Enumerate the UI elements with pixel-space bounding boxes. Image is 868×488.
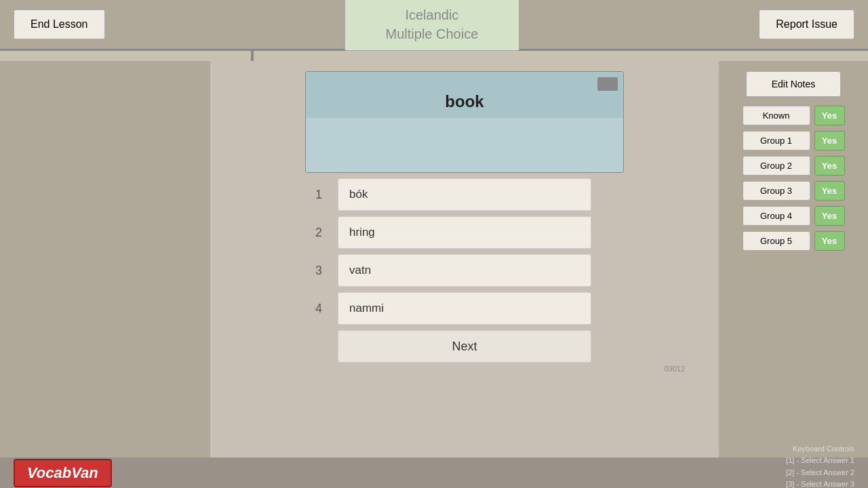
keyboard-line-3: [3] - Select Answer 3 <box>786 479 854 488</box>
group2-yes-button[interactable]: Yes <box>814 156 845 176</box>
answer-side-3 <box>597 254 624 287</box>
group3-yes-button[interactable]: Yes <box>814 181 845 201</box>
next-row: Next <box>305 330 624 363</box>
answer-side-1 <box>597 178 624 211</box>
bottom-bar: VocabVan Keyboard Controls [1] - Select … <box>0 458 868 488</box>
answer-button-3[interactable]: vatn <box>338 254 591 287</box>
group2-label-button[interactable]: Group 2 <box>743 156 810 176</box>
group1-label-button[interactable]: Group 1 <box>743 131 810 150</box>
group3-label-button[interactable]: Group 3 <box>743 181 810 201</box>
title-box: Icelandic Multiple Choice <box>344 0 520 51</box>
keyboard-line-2: [2] - Select Answer 2 <box>786 467 854 479</box>
end-lesson-button[interactable]: End Lesson <box>14 9 105 39</box>
left-sidebar <box>0 61 210 458</box>
answer-row-1: 1 bók <box>305 178 624 211</box>
title-line1: Icelandic <box>405 7 458 22</box>
answer-side-4 <box>597 292 624 325</box>
top-bar: End Lesson Icelandic Multiple Choice Rep… <box>0 0 868 51</box>
progress-indicator <box>251 51 254 61</box>
group3-row: Group 3 Yes <box>726 181 861 201</box>
group4-label-button[interactable]: Group 4 <box>743 206 810 226</box>
word-card-header: book <box>306 72 623 118</box>
vocabvan-logo: VocabVan <box>14 459 112 487</box>
answer-row-3: 3 vatn <box>305 254 624 287</box>
answer-button-4[interactable]: nammi <box>338 292 591 325</box>
known-row: Known Yes <box>726 106 861 125</box>
title-text: Icelandic Multiple Choice <box>386 5 479 43</box>
word-card: book <box>305 71 624 173</box>
group4-yes-button[interactable]: Yes <box>814 206 845 226</box>
item-id: 03012 <box>664 365 685 373</box>
answer-side-2 <box>597 216 624 249</box>
group5-label-button[interactable]: Group 5 <box>743 231 810 251</box>
next-button[interactable]: Next <box>338 330 591 363</box>
answer-number-1: 1 <box>305 178 332 211</box>
center-content: book 1 bók 2 hring 3 vatn 4 nammi <box>210 61 719 458</box>
keyboard-line-1: [1] - Select Answer 1 <box>786 455 854 467</box>
known-yes-button[interactable]: Yes <box>814 106 845 125</box>
group4-row: Group 4 Yes <box>726 206 861 226</box>
next-side-left <box>305 330 332 363</box>
keyboard-controls-title: Keyboard Controls <box>786 443 854 455</box>
report-issue-button[interactable]: Report Issue <box>759 9 854 39</box>
group1-yes-button[interactable]: Yes <box>814 131 845 150</box>
answer-number-2: 2 <box>305 216 332 249</box>
main-layout: book 1 bók 2 hring 3 vatn 4 nammi <box>0 61 868 458</box>
edit-notes-button[interactable]: Edit Notes <box>746 71 841 97</box>
next-side-right <box>597 330 624 363</box>
answer-number-3: 3 <box>305 254 332 287</box>
title-line2: Multiple Choice <box>386 26 479 41</box>
known-label-button[interactable]: Known <box>743 106 810 125</box>
group5-row: Group 5 Yes <box>726 231 861 251</box>
answer-number-4: 4 <box>305 292 332 325</box>
answer-button-2[interactable]: hring <box>338 216 591 249</box>
group1-row: Group 1 Yes <box>726 131 861 150</box>
answer-row-4: 4 nammi <box>305 292 624 325</box>
group5-yes-button[interactable]: Yes <box>814 231 845 251</box>
vocabvan-text: VocabVan <box>27 464 98 481</box>
right-sidebar: Edit Notes Known Yes Group 1 Yes Group 2… <box>719 61 868 458</box>
answer-row-2: 2 hring <box>305 216 624 249</box>
progress-bar-area <box>0 51 868 61</box>
answer-button-1[interactable]: bók <box>338 178 591 211</box>
word-card-word: book <box>445 92 484 110</box>
keyboard-controls: Keyboard Controls [1] - Select Answer 1 … <box>786 443 854 488</box>
word-card-body <box>306 118 623 172</box>
word-card-toggle-button[interactable] <box>597 77 618 91</box>
group2-row: Group 2 Yes <box>726 156 861 176</box>
